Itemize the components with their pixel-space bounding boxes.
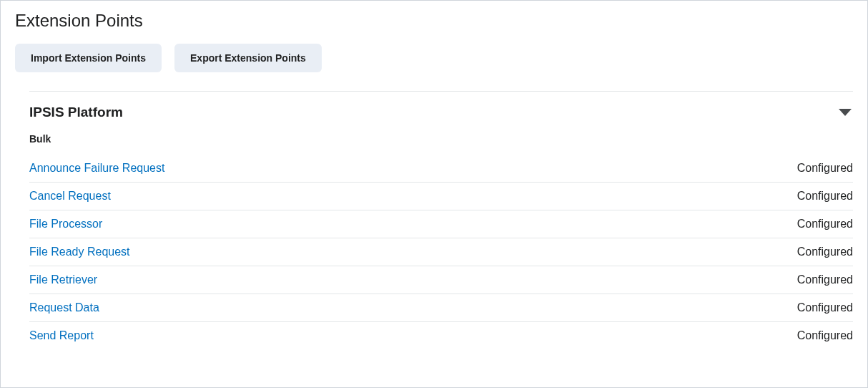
list-item: Cancel Request Configured <box>29 183 853 210</box>
extension-link-file-ready-request[interactable]: File Ready Request <box>29 246 130 258</box>
status-label: Configured <box>797 273 853 286</box>
list-item: Send Report Configured <box>29 322 853 349</box>
divider <box>29 91 853 92</box>
section-header[interactable]: IPSIS Platform <box>29 105 853 120</box>
status-label: Configured <box>797 162 853 175</box>
extension-link-file-retriever[interactable]: File Retriever <box>29 273 97 286</box>
extension-link-request-data[interactable]: Request Data <box>29 301 99 314</box>
list-item: Request Data Configured <box>29 294 853 322</box>
list-item: File Retriever Configured <box>29 266 853 294</box>
list-item: File Ready Request Configured <box>29 238 853 266</box>
status-label: Configured <box>797 218 853 231</box>
extension-link-file-processor[interactable]: File Processor <box>29 218 102 231</box>
list-item: File Processor Configured <box>29 210 853 238</box>
page-title: Extension Points <box>15 11 853 31</box>
export-extension-points-button[interactable]: Export Extension Points <box>174 44 322 72</box>
chevron-down-icon <box>839 109 852 116</box>
content-area: IPSIS Platform Bulk Announce Failure Req… <box>1 91 867 349</box>
status-label: Configured <box>797 301 853 314</box>
section-subheading: Bulk <box>29 133 853 145</box>
extension-link-announce-failure-request[interactable]: Announce Failure Request <box>29 162 164 175</box>
status-label: Configured <box>797 190 853 203</box>
header-area: Extension Points Import Extension Points… <box>1 1 867 72</box>
extension-link-send-report[interactable]: Send Report <box>29 329 94 342</box>
app-frame: Extension Points Import Extension Points… <box>0 0 868 388</box>
status-label: Configured <box>797 246 853 258</box>
list-item: Announce Failure Request Configured <box>29 155 853 183</box>
import-extension-points-button[interactable]: Import Extension Points <box>15 44 162 72</box>
extension-link-cancel-request[interactable]: Cancel Request <box>29 190 111 203</box>
toolbar: Import Extension Points Export Extension… <box>15 44 853 72</box>
extension-list: Announce Failure Request Configured Canc… <box>29 155 853 349</box>
status-label: Configured <box>797 329 853 342</box>
section-title: IPSIS Platform <box>29 105 123 120</box>
